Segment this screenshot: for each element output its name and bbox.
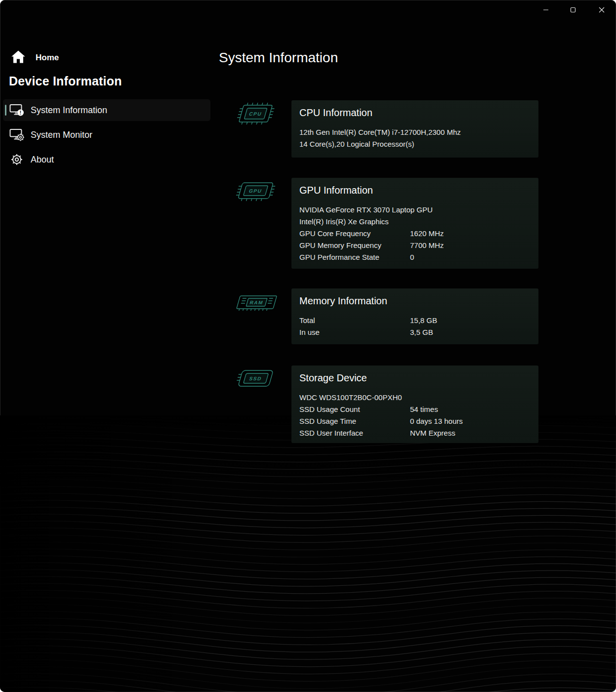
home-item[interactable]: Home [7,49,63,67]
close-button[interactable] [590,2,613,18]
spec-row: GPU Performance State 0 [299,251,531,263]
spec-row: SSD Usage Time 0 days 13 hours [299,415,531,427]
card-title: Memory Information [299,295,531,307]
spec-value: 0 days 13 hours [410,415,531,427]
spec-row: SSD Usage Count 54 times [299,404,531,415]
spec-value: 7700 MHz [410,240,531,251]
spec-value: 1620 MHz [410,228,531,240]
nav-label: System Monitor [31,130,92,140]
gpu-chip-icon: GPU [229,178,281,204]
sidebar-title: Device Information [9,74,122,88]
gpu-information-card: GPU Information NVIDIA GeForce RTX 3070 … [291,178,538,269]
app-window: Home Device Information ! System Informa… [0,0,616,692]
sidebar-item-system-information[interactable]: ! System Information [3,99,210,121]
card-title: CPU Information [299,107,531,119]
nav-label: System Information [31,105,107,116]
card-title: Storage Device [299,372,531,384]
card-title: GPU Information [299,185,531,196]
wave-pattern-decoration [0,415,616,692]
spec-label: In use [299,326,410,338]
minimize-button[interactable] [534,2,557,18]
spec-row: SSD User Interface NVM Express [299,427,531,439]
cpu-model-line: 12th Gen Intel(R) Core(TM) i7-12700H,230… [299,126,531,138]
ram-chip-icon: RAM [229,289,281,315]
svg-text:!: ! [20,110,21,116]
gpu-model-line: Intel(R) Iris(R) Xe Graphics [299,216,531,228]
spec-label: SSD Usage Count [299,404,410,415]
memory-information-card: Memory Information Total 15,8 GB In use … [291,288,538,344]
ssd-model-line: WDC WDS100T2B0C-00PXH0 [299,392,531,404]
spec-value: NVM Express [410,427,531,439]
system-monitor-icon [9,128,25,142]
about-gear-icon [9,153,25,166]
home-icon [11,50,26,66]
spec-label: Total [299,315,410,326]
ssd-chip-icon: SSD [229,366,281,391]
home-label: Home [36,53,59,63]
spec-label: SSD User Interface [299,427,410,439]
cpu-cores-line: 14 Core(s),20 Logical Processor(s) [299,138,531,150]
cpu-chip-label: CPU [248,111,263,117]
spec-row: Total 15,8 GB [299,315,531,326]
spec-value: 54 times [410,404,531,415]
cpu-chip-icon: CPU [229,101,281,126]
spec-value: 15,8 GB [410,315,531,326]
ram-chip-label: RAM [249,300,264,305]
ssd-chip-label: SSD [248,376,262,381]
spec-row: In use 3,5 GB [299,326,531,338]
sidebar-item-system-monitor[interactable]: System Monitor [3,124,210,146]
spec-label: GPU Performance State [299,251,410,263]
gpu-model-line: NVIDIA GeForce RTX 3070 Laptop GPU [299,204,531,216]
spec-label: GPU Memory Frequency [299,240,410,251]
spec-row: GPU Core Frequency 1620 MHz [299,228,531,240]
spec-label: GPU Core Frequency [299,228,410,240]
wave-fade-overlay [0,415,616,692]
sidebar-item-about[interactable]: About [3,149,210,170]
spec-value: 3,5 GB [410,326,531,338]
nav-label: About [31,155,54,165]
gpu-chip-label: GPU [248,188,263,194]
cpu-information-card: CPU Information 12th Gen Intel(R) Core(T… [291,100,538,158]
system-information-icon: ! [9,104,25,117]
spec-value: 0 [410,251,531,263]
maximize-button[interactable] [562,2,584,18]
page-title: System Information [219,50,338,66]
spec-row: GPU Memory Frequency 7700 MHz [299,240,531,251]
sidebar-nav: ! System Information System Monitor [3,99,210,173]
spec-label: SSD Usage Time [299,415,410,427]
storage-device-card: Storage Device WDC WDS100T2B0C-00PXH0 SS… [291,366,538,443]
selection-indicator [5,105,6,116]
